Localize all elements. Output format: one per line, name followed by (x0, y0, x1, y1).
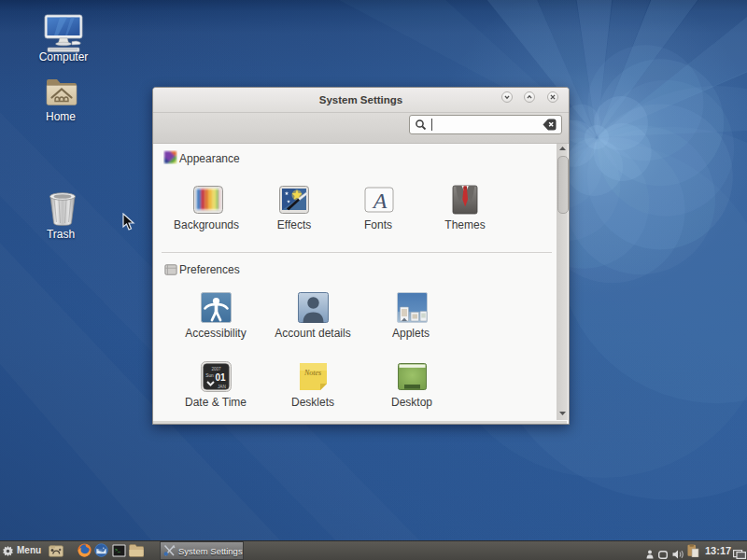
svg-text:Notes: Notes (303, 369, 321, 377)
svg-text:Sun: Sun (205, 373, 214, 378)
svg-text:>_: >_ (115, 547, 120, 553)
svg-text:2007: 2007 (211, 367, 221, 371)
svg-text:JAN: JAN (218, 385, 227, 389)
svg-text:A: A (372, 189, 388, 213)
svg-text:01: 01 (215, 372, 226, 383)
